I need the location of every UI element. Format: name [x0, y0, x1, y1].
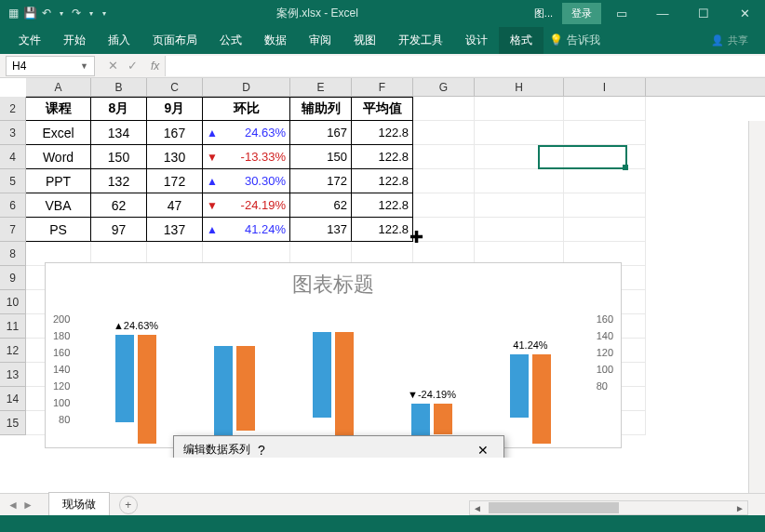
row-header-7[interactable]: 7	[0, 218, 26, 242]
redo-icon[interactable]: ↷	[69, 6, 84, 20]
col-header-B[interactable]: B	[91, 78, 147, 96]
worksheet-grid[interactable]: ABCDEFGHI 2课程8月9月环比辅助列平均值3Excel134167▲24…	[0, 78, 765, 458]
row-header-12[interactable]: 12	[0, 339, 26, 363]
bar-8月-PS[interactable]	[510, 354, 529, 418]
cell-I3[interactable]	[564, 121, 646, 145]
ribbon-tab-1[interactable]: 开始	[52, 27, 97, 54]
col-header-E[interactable]: E	[290, 78, 352, 96]
cell-F4[interactable]: 122.8	[352, 145, 413, 169]
bar-group-Word[interactable]	[189, 346, 280, 444]
cell-G5[interactable]	[413, 169, 475, 193]
cell-B6[interactable]: 62	[91, 193, 147, 218]
row-header-4[interactable]: 4	[0, 145, 26, 169]
col-header-G[interactable]: G	[413, 78, 475, 96]
cell-E6[interactable]: 62	[290, 193, 352, 218]
cell-A7[interactable]: PS	[26, 218, 91, 242]
edit-series-dialog[interactable]: 编辑数据系列 ? ✕ ⬍	[173, 435, 504, 458]
col-header-F[interactable]: F	[352, 78, 413, 96]
ribbon-options-icon[interactable]: ▭	[601, 0, 642, 26]
cell-C2[interactable]: 9月	[147, 97, 203, 121]
name-box[interactable]: H4 ▼	[6, 56, 95, 76]
accept-formula-icon[interactable]: ✓	[128, 59, 138, 73]
redo-dropdown[interactable]: ▾	[86, 9, 97, 18]
row-header-8[interactable]: 8	[0, 242, 26, 266]
chart-title[interactable]: 图表标题	[46, 263, 621, 306]
cell-B4[interactable]: 150	[91, 145, 147, 169]
cell-D4[interactable]: ▼-13.33%	[203, 145, 290, 169]
formula-input[interactable]	[165, 56, 765, 76]
col-header-C[interactable]: C	[147, 78, 203, 96]
cell-I2[interactable]	[564, 97, 646, 121]
qat-customize[interactable]: ▾	[99, 9, 110, 18]
bar-group-PPT[interactable]	[288, 332, 379, 444]
vertical-scrollbar[interactable]	[748, 121, 765, 493]
login-button[interactable]: 登录	[562, 3, 601, 24]
col-header-D[interactable]: D	[203, 78, 290, 96]
cell-E7[interactable]: 137	[290, 218, 352, 242]
cell-G4[interactable]	[413, 145, 475, 169]
cell-H7[interactable]	[475, 218, 564, 242]
ribbon-tab-5[interactable]: 数据	[253, 27, 298, 54]
scroll-thumb[interactable]	[489, 502, 619, 513]
cell-E2[interactable]: 辅助列	[290, 97, 352, 121]
row-header-15[interactable]: 15	[0, 411, 26, 435]
bar-8月-PPT[interactable]	[313, 332, 331, 418]
row-header-9[interactable]: 9	[0, 266, 26, 290]
ribbon-tab-4[interactable]: 公式	[208, 27, 253, 54]
fx-icon[interactable]: fx	[145, 60, 165, 73]
contextual-tab[interactable]: 图...	[525, 3, 562, 24]
cell-C4[interactable]: 130	[147, 145, 203, 169]
close-icon[interactable]: ✕	[724, 0, 765, 26]
cell-G6[interactable]	[413, 193, 475, 218]
bar-9月-PPT[interactable]	[335, 332, 354, 444]
cell-C3[interactable]: 167	[147, 121, 203, 145]
row-header-6[interactable]: 6	[0, 193, 26, 218]
cell-F6[interactable]: 122.8	[352, 193, 413, 218]
sheet-nav-prev-icon[interactable]: ◄	[7, 499, 19, 512]
cell-B7[interactable]: 97	[91, 218, 147, 242]
chevron-down-icon[interactable]: ▼	[80, 61, 88, 71]
cancel-formula-icon[interactable]: ✕	[108, 59, 118, 73]
cell-H6[interactable]	[475, 193, 564, 218]
cell-B5[interactable]: 132	[91, 169, 147, 193]
ribbon-tab-6[interactable]: 审阅	[298, 27, 342, 54]
col-header-H[interactable]: H	[475, 78, 564, 96]
cell-G3[interactable]	[413, 121, 475, 145]
cell-D7[interactable]: ▲41.24%	[203, 218, 290, 242]
cell-C5[interactable]: 172	[147, 169, 203, 193]
bar-9月-Excel[interactable]	[138, 335, 156, 444]
cell-A2[interactable]: 课程	[26, 97, 91, 121]
row-header-3[interactable]: 3	[0, 121, 26, 145]
row-header-2[interactable]: 2	[0, 97, 26, 121]
cell-G2[interactable]	[413, 97, 475, 121]
cell-H4[interactable]	[475, 145, 564, 169]
cell-B3[interactable]: 134	[91, 121, 147, 145]
ribbon-tab-8[interactable]: 开发工具	[387, 27, 454, 54]
maximize-icon[interactable]: ☐	[683, 0, 724, 26]
cell-B2[interactable]: 8月	[91, 97, 147, 121]
cell-A6[interactable]: VBA	[26, 193, 91, 218]
tell-me[interactable]: 💡告诉我	[549, 33, 600, 48]
cell-I4[interactable]	[564, 145, 646, 169]
row-header-5[interactable]: 5	[0, 169, 26, 193]
cell-E3[interactable]: 167	[290, 121, 352, 145]
ribbon-tab-9[interactable]: 设计	[454, 27, 499, 54]
cell-C6[interactable]: 47	[147, 193, 203, 218]
help-icon[interactable]: ?	[250, 443, 273, 458]
bar-9月-PS[interactable]	[532, 354, 551, 444]
bar-8月-Word[interactable]	[214, 346, 233, 444]
cell-I7[interactable]	[564, 218, 646, 242]
ribbon-tab-2[interactable]: 插入	[97, 27, 141, 54]
cell-I5[interactable]	[564, 169, 646, 193]
cell-E4[interactable]: 150	[290, 145, 352, 169]
bar-group-PS[interactable]: 41.24%	[485, 354, 576, 444]
embedded-chart[interactable]: 图表标题 20018016014012010080 16014012010080…	[45, 262, 622, 448]
ribbon-tab-3[interactable]: 页面布局	[141, 27, 208, 54]
horizontal-scrollbar[interactable]: ◄ ►	[469, 500, 748, 515]
undo-dropdown[interactable]: ▾	[56, 9, 67, 18]
cell-D2[interactable]: 环比	[203, 97, 290, 121]
cell-D6[interactable]: ▼-24.19%	[203, 193, 290, 218]
bar-9月-VBA[interactable]	[434, 404, 452, 434]
share-button[interactable]: 👤共享	[711, 33, 758, 47]
bar-group-Excel[interactable]: ▲24.63%	[90, 335, 181, 444]
